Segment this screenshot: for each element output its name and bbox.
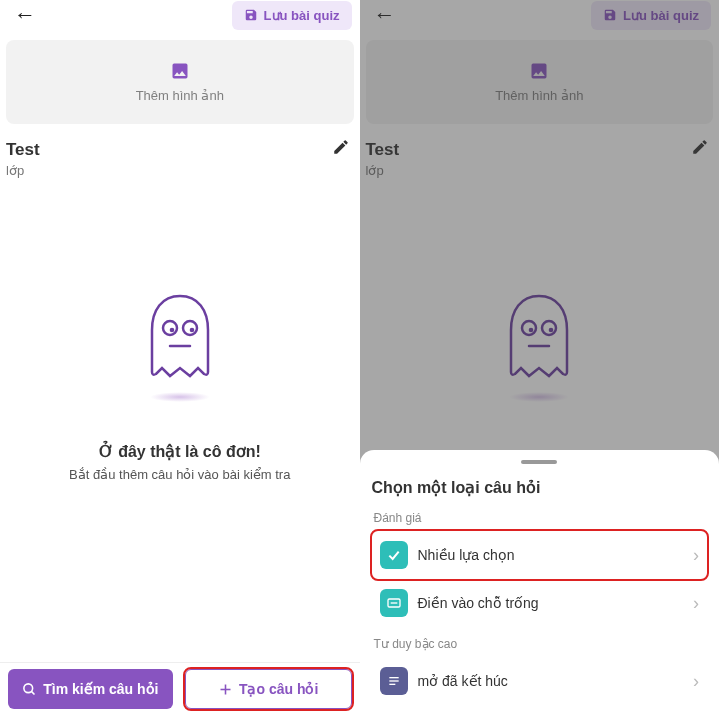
quiz-title-row: Test (0, 130, 360, 161)
svg-point-0 (163, 321, 177, 335)
header: ← Lưu bài quiz (0, 0, 360, 34)
svg-point-1 (169, 328, 174, 333)
search-questions-button[interactable]: Tìm kiếm câu hỏi (8, 669, 173, 709)
chevron-right-icon: › (693, 671, 699, 692)
option-label: Nhiều lựa chọn (418, 547, 684, 563)
option-open-ended[interactable]: mở đã kết húc › (372, 657, 708, 705)
option-multiple-choice[interactable]: Nhiều lựa chọn › (372, 531, 708, 579)
create-question-button[interactable]: Tạo câu hỏi (185, 669, 352, 709)
section-assessment-label: Đánh giá (374, 511, 708, 525)
check-icon (380, 541, 408, 569)
option-label: mở đã kết húc (418, 673, 684, 689)
svg-point-3 (189, 328, 194, 333)
image-icon (169, 61, 191, 84)
create-question-label: Tạo câu hỏi (239, 681, 318, 697)
sheet-handle[interactable] (521, 460, 557, 464)
empty-state: Ở đây thật là cô đơn! Bắt đầu thêm câu h… (0, 290, 360, 482)
quiz-subtitle: lớp (0, 161, 360, 180)
divider (0, 662, 360, 663)
edit-icon[interactable] (332, 138, 350, 161)
empty-title: Ở đây thật là cô đơn! (99, 442, 261, 461)
section-higher-label: Tư duy bậc cao (374, 637, 708, 651)
fill-blank-icon (380, 589, 408, 617)
add-image-card[interactable]: Thêm hình ảnh (6, 40, 354, 124)
chevron-right-icon: › (693, 545, 699, 566)
open-ended-icon (380, 667, 408, 695)
svg-line-6 (32, 691, 35, 694)
save-icon (244, 8, 258, 22)
option-fill-blank[interactable]: Điền vào chỗ trống › (372, 579, 708, 627)
chevron-right-icon: › (693, 593, 699, 614)
save-quiz-label: Lưu bài quiz (264, 8, 340, 23)
empty-subtitle: Bắt đầu thêm câu hỏi vào bài kiểm tra (69, 467, 290, 482)
svg-point-5 (24, 683, 33, 692)
sheet-title: Chọn một loại câu hỏi (372, 478, 708, 497)
quiz-title: Test (6, 140, 40, 160)
search-questions-label: Tìm kiếm câu hỏi (43, 681, 158, 697)
svg-point-2 (183, 321, 197, 335)
search-icon (22, 682, 37, 697)
svg-rect-15 (390, 602, 397, 603)
save-quiz-button[interactable]: Lưu bài quiz (232, 1, 352, 30)
ghost-illustration (140, 290, 220, 402)
screen-question-type-sheet: ← Lưu bài quiz Thêm hình ảnh Test lớp (360, 0, 720, 719)
add-image-label: Thêm hình ảnh (136, 88, 224, 103)
plus-icon (218, 682, 233, 697)
question-type-sheet: Chọn một loại câu hỏi Đánh giá Nhiều lựa… (360, 450, 720, 719)
bottom-bar: Tìm kiếm câu hỏi Tạo câu hỏi (0, 669, 360, 709)
back-icon[interactable]: ← (8, 0, 42, 32)
screen-empty-state: ← Lưu bài quiz Thêm hình ảnh Test lớp (0, 0, 360, 719)
option-label: Điền vào chỗ trống (418, 595, 684, 611)
